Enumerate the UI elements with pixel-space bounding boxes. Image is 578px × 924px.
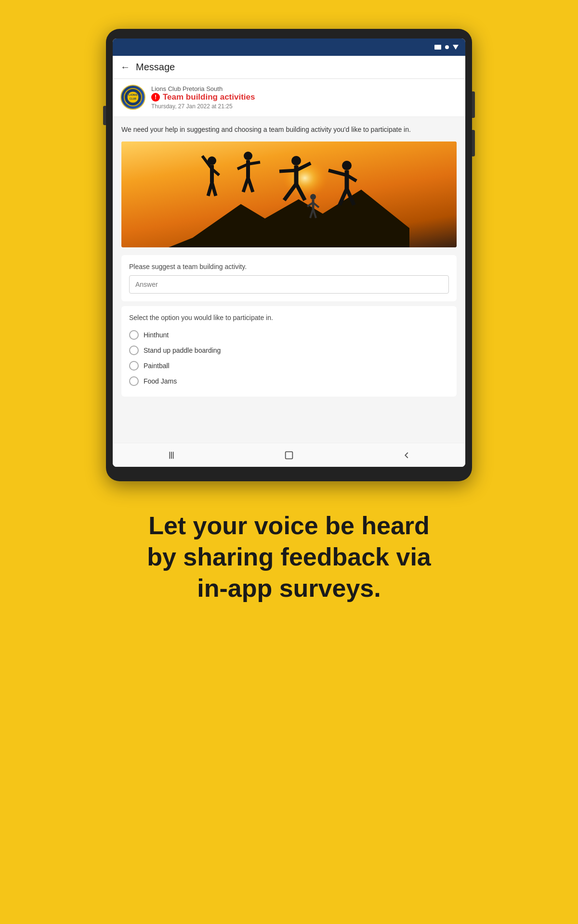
org-logo: LIONS CLUB (120, 85, 145, 110)
survey-card-1: Please suggest a team building activity. (121, 255, 457, 301)
svg-line-18 (248, 178, 253, 192)
home-button[interactable] (284, 450, 294, 461)
back-nav-button[interactable] (401, 450, 412, 461)
options-card: Select the option you would like to part… (121, 306, 457, 397)
team-image (121, 141, 457, 247)
survey-question-1: Please suggest a team building activity. (129, 263, 449, 270)
team-silhouette-svg (121, 141, 457, 247)
radio-label-paintball: Paintball (144, 362, 170, 370)
svg-text:CLUB: CLUB (130, 97, 136, 100)
power-button (472, 91, 475, 118)
radio-label-foodjams: Food Jams (144, 377, 177, 385)
radio-option-foodjams[interactable]: Food Jams (129, 373, 449, 389)
recent-apps-button[interactable] (166, 450, 177, 461)
svg-line-21 (279, 170, 296, 171)
battery-icon (453, 45, 459, 50)
radio-option-paintball[interactable]: Paintball (129, 358, 449, 373)
radio-button-foodjams[interactable] (129, 376, 139, 386)
volume-down-button (472, 130, 475, 156)
radio-option-hinthunt[interactable]: Hinthunt (129, 327, 449, 343)
svg-point-13 (244, 152, 252, 160)
org-name: Lions Club Pretoria South (151, 85, 255, 92)
svg-line-16 (248, 162, 260, 164)
wifi-icon (445, 45, 449, 49)
tablet-device: ← Message LIONS CLUB Lions Club Pretoria… (106, 29, 472, 481)
radio-option-paddle[interactable]: Stand up paddle boarding (129, 343, 449, 358)
content-area: We need your help in suggesting and choo… (113, 117, 465, 404)
intro-text: We need your help in suggesting and choo… (121, 125, 457, 135)
sender-bar: LIONS CLUB Lions Club Pretoria South ! T… (113, 79, 465, 117)
signal-icon (434, 45, 441, 50)
svg-text:LIONS: LIONS (129, 93, 137, 96)
tagline-text: Let your voice be heard by sharing feedb… (144, 510, 434, 604)
message-timestamp: Thursday, 27 Jan 2022 at 21:25 (151, 103, 255, 110)
svg-point-19 (291, 156, 301, 166)
tablet-screen: ← Message LIONS CLUB Lions Club Pretoria… (113, 38, 465, 467)
tagline-section: Let your voice be heard by sharing feedb… (106, 481, 472, 642)
svg-point-31 (310, 194, 316, 200)
radio-label-hinthunt: Hinthunt (144, 331, 169, 339)
page-title: Message (136, 62, 175, 73)
radio-button-paddle[interactable] (129, 346, 139, 355)
alert-icon: ! (151, 93, 160, 102)
svg-point-25 (342, 161, 352, 170)
radio-button-paintball[interactable] (129, 361, 139, 371)
svg-line-12 (212, 182, 216, 196)
radio-label-paddle: Stand up paddle boarding (144, 346, 221, 354)
volume-button (103, 106, 106, 125)
status-bar (113, 38, 465, 56)
options-question: Select the option you would like to part… (129, 314, 449, 321)
answer-input[interactable] (129, 275, 449, 294)
message-title-row: ! Team building activities (151, 92, 255, 102)
bottom-navigation (113, 443, 465, 467)
sender-details: Lions Club Pretoria South ! Team buildin… (151, 85, 255, 110)
empty-space (113, 404, 465, 443)
message-title: Team building activities (163, 92, 255, 102)
back-button[interactable]: ← (120, 62, 130, 73)
radio-button-hinthunt[interactable] (129, 330, 139, 340)
app-header: ← Message (113, 56, 465, 79)
svg-rect-40 (286, 451, 293, 459)
